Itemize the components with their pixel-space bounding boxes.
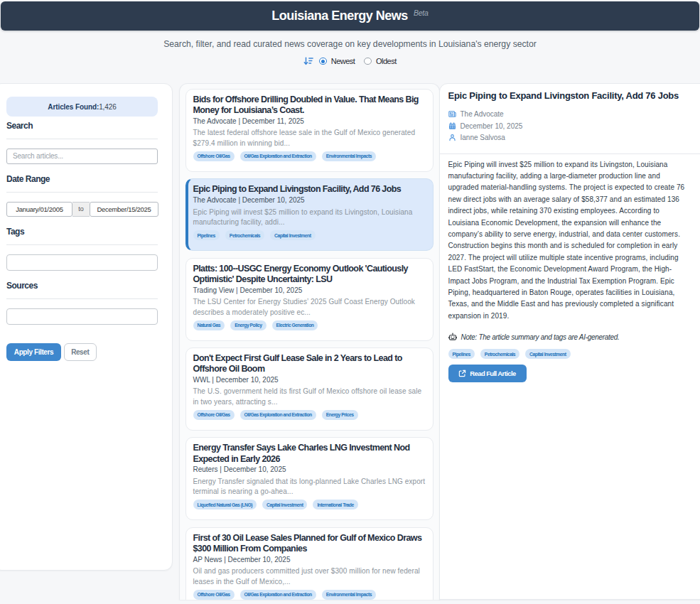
- detail-divider: [440, 153, 700, 154]
- card-meta: WWL | December 10, 2025: [193, 375, 426, 384]
- tag-pill[interactable]: Pipelines: [448, 349, 475, 359]
- radio-oldest[interactable]: [364, 58, 372, 65]
- article-card[interactable]: Epic Piping to Expand Livingston Facilit…: [185, 178, 434, 251]
- ai-note-text: Note: The article summary and tags are A…: [461, 333, 620, 341]
- tag-pill[interactable]: Oil/Gas Exploration and Extraction: [240, 151, 316, 161]
- card-title: Don't Expect First Gulf Lease Sale in 2 …: [193, 353, 426, 374]
- read-full-article-button[interactable]: Read Full Article: [448, 365, 527, 383]
- calendar-icon: [448, 122, 456, 130]
- card-date: December 10, 2025: [239, 286, 302, 294]
- articles-found-label: Articles Found:: [48, 103, 99, 111]
- tag-pill[interactable]: Environmental Impacts: [322, 590, 376, 600]
- filter-buttons: Apply Filters Reset: [6, 343, 158, 361]
- detail-body: Epic Piping will invest $25 million to e…: [448, 159, 691, 323]
- card-summary: The latest federal offshore lease sale i…: [193, 128, 426, 149]
- radio-newest[interactable]: [319, 58, 327, 65]
- sort-oldest-option[interactable]: Oldest: [364, 57, 396, 65]
- tag-pill[interactable]: Capital Investment: [262, 500, 307, 509]
- card-date: December 10, 2025: [216, 376, 279, 384]
- tag-pill[interactable]: Capital Investment: [525, 349, 570, 359]
- article-card[interactable]: Bids for Offshore Drilling Doubled in Va…: [185, 89, 434, 172]
- card-tag-row: Offshore Oil/GasOil/Gas Exploration and …: [193, 410, 426, 420]
- sort-newest-option[interactable]: Newest: [319, 57, 355, 65]
- apply-filters-button[interactable]: Apply Filters: [6, 343, 61, 361]
- date-range-heading: Date Range: [6, 174, 158, 184]
- card-title: Bids for Offshore Drilling Doubled in Va…: [193, 95, 426, 116]
- tag-pill[interactable]: International Trade: [313, 500, 357, 509]
- article-card[interactable]: Don't Expect First Gulf Lease Sale in 2 …: [185, 347, 434, 431]
- tag-pill[interactable]: Oil/Gas Exploration and Extraction: [240, 410, 316, 420]
- card-tag-row: Offshore Oil/GasOil/Gas Exploration and …: [193, 590, 426, 600]
- tag-pill[interactable]: Capital Investment: [270, 230, 315, 240]
- tag-pill[interactable]: Offshore Oil/Gas: [193, 410, 235, 420]
- tag-pill[interactable]: Electric Generation: [272, 320, 318, 330]
- ai-note: Note: The article summary and tags are A…: [448, 333, 694, 341]
- card-title: First of 30 Oil Lease Sales Planned for …: [193, 533, 426, 554]
- beta-badge: Beta: [414, 9, 429, 17]
- detail-source: The Advocate: [461, 110, 504, 118]
- card-source: WWL: [193, 376, 210, 384]
- sort-newest-label: Newest: [331, 57, 355, 65]
- divider: [6, 139, 158, 139]
- tag-pill[interactable]: Liquefied Natural Gas (LNG): [193, 500, 257, 509]
- tag-pill[interactable]: Petrochemicals: [480, 349, 519, 359]
- app-header: Louisiana Energy News Beta: [1, 1, 699, 31]
- newspaper-icon: [448, 110, 456, 118]
- card-source: The Advocate: [193, 196, 237, 204]
- robot-icon: [448, 333, 457, 341]
- article-card[interactable]: Energy Transfer Says Lake Charles LNG In…: [185, 437, 434, 520]
- card-date: December 10, 2025: [242, 196, 305, 204]
- card-meta: AP News | December 10, 2025: [193, 555, 426, 564]
- tag-pill[interactable]: Energy Policy: [230, 320, 266, 330]
- card-source: Reuters: [193, 465, 218, 473]
- date-from-input[interactable]: [6, 202, 72, 217]
- sort-descending-icon: [303, 56, 313, 66]
- card-source: The Advocate: [193, 117, 237, 125]
- tag-pill[interactable]: Natural Gas: [193, 320, 225, 330]
- card-title: Energy Transfer Says Lake Charles LNG In…: [193, 443, 426, 464]
- article-card[interactable]: First of 30 Oil Lease Sales Planned for …: [185, 527, 434, 600]
- tag-pill[interactable]: Petrochemicals: [225, 230, 264, 240]
- card-meta: The Advocate | December 11, 2025: [193, 117, 426, 126]
- detail-date: December 10, 2025: [461, 122, 523, 130]
- tag-pill[interactable]: Oil/Gas Exploration and Extraction: [240, 590, 316, 600]
- sources-heading: Sources: [6, 281, 158, 291]
- detail-date-row: December 10, 2025: [448, 122, 694, 130]
- card-meta: Trading View | December 10, 2025: [193, 286, 426, 295]
- card-tag-row: Liquefied Natural Gas (LNG)Capital Inves…: [193, 500, 426, 509]
- tag-pill[interactable]: Offshore Oil/Gas: [193, 151, 235, 161]
- card-summary: The U.S. government held its first Gulf …: [193, 387, 426, 407]
- card-meta: The Advocate | December 10, 2025: [193, 195, 426, 205]
- detail-author-row: Ianne Salvosa: [448, 134, 694, 141]
- tag-pill[interactable]: Energy Prices: [322, 410, 358, 420]
- card-meta: Reuters | December 10, 2025: [193, 465, 426, 474]
- divider: [6, 298, 158, 299]
- tag-pill[interactable]: Pipelines: [193, 230, 220, 240]
- date-to-input[interactable]: [90, 202, 158, 217]
- card-source: Trading View: [193, 286, 235, 294]
- tag-pill[interactable]: Environmental Impacts: [322, 151, 376, 161]
- filter-sidebar: Articles Found:1,426 Search Date Range t…: [0, 83, 173, 571]
- read-button-label: Read Full Article: [470, 370, 515, 377]
- articles-found-value: 1,426: [99, 103, 117, 111]
- card-source: AP News: [193, 556, 222, 563]
- card-date: December 10, 2025: [228, 556, 291, 563]
- tag-pill[interactable]: Offshore Oil/Gas: [193, 590, 235, 600]
- article-detail: Epic Piping to Expand Livingston Facilit…: [439, 83, 700, 600]
- card-date: December 11, 2025: [242, 117, 304, 125]
- detail-source-row: The Advocate: [448, 110, 694, 118]
- detail-meta: The Advocate December 10, 2025: [448, 110, 694, 141]
- card-tag-row: PipelinesPetrochemicalsCapital Investmen…: [193, 230, 426, 240]
- sources-input[interactable]: [6, 308, 158, 325]
- tags-heading: Tags: [6, 227, 158, 237]
- reset-button[interactable]: Reset: [64, 343, 97, 361]
- tags-input[interactable]: [6, 254, 158, 271]
- external-link-icon: [458, 370, 466, 377]
- sort-controls: Newest Oldest: [0, 56, 700, 66]
- card-tag-row: Natural GasEnergy PolicyElectric Generat…: [193, 320, 426, 330]
- detail-title: Epic Piping to Expand Livingston Facilit…: [448, 90, 694, 102]
- article-list: Bids for Offshore Drilling Doubled in Va…: [179, 83, 440, 600]
- search-input[interactable]: [6, 149, 158, 164]
- card-summary: Energy Transfer signaled that its long-p…: [193, 477, 426, 497]
- article-card[interactable]: Platts: 100--USGC Energy Economy Outlook…: [185, 258, 434, 341]
